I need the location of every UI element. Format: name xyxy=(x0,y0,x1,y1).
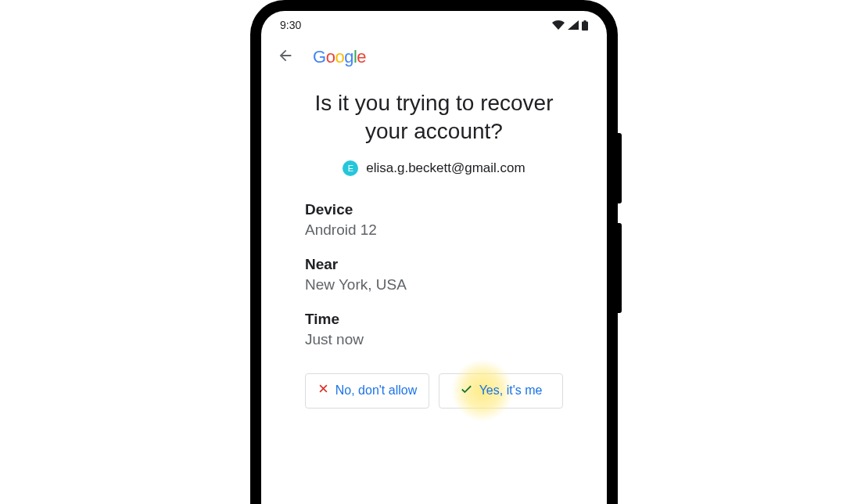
google-logo: Google xyxy=(313,47,366,67)
no-button[interactable]: No, don't allow xyxy=(305,373,429,409)
account-email: elisa.g.beckett@gmail.com xyxy=(366,160,525,176)
phone-frame: 9:30 Google Is it you tryi xyxy=(250,0,618,504)
svg-rect-0 xyxy=(582,21,588,31)
device-value: Android 12 xyxy=(305,221,563,239)
location-info: Near New York, USA xyxy=(305,256,563,293)
time-value: Just now xyxy=(305,331,563,348)
time-info: Time Just now xyxy=(305,311,563,348)
avatar: E xyxy=(343,160,358,176)
wifi-icon xyxy=(552,20,565,30)
page-header: Google xyxy=(261,38,607,77)
action-buttons: No, don't allow Yes, it's me xyxy=(292,365,576,409)
device-label: Device xyxy=(305,201,563,218)
back-arrow-icon[interactable] xyxy=(277,47,294,67)
phone-screen: 9:30 Google Is it you tryi xyxy=(261,11,607,504)
battery-icon xyxy=(582,20,588,31)
account-email-row: E elisa.g.beckett@gmail.com xyxy=(292,160,576,176)
x-icon xyxy=(317,383,329,398)
time-label: Time xyxy=(305,311,563,328)
svg-rect-1 xyxy=(584,20,586,22)
signin-details: Device Android 12 Near New York, USA Tim… xyxy=(292,201,576,348)
yes-button[interactable]: Yes, it's me xyxy=(439,373,563,409)
cellular-icon xyxy=(568,20,579,30)
near-label: Near xyxy=(305,256,563,273)
status-icons xyxy=(552,20,588,31)
check-icon xyxy=(460,383,473,399)
no-button-label: No, don't allow xyxy=(335,383,417,398)
phone-side-button xyxy=(618,133,622,203)
status-bar: 9:30 xyxy=(261,11,607,38)
yes-button-label: Yes, it's me xyxy=(479,383,543,398)
phone-side-button xyxy=(618,223,622,313)
status-time: 9:30 xyxy=(280,19,301,31)
near-value: New York, USA xyxy=(305,276,563,293)
device-info: Device Android 12 xyxy=(305,201,563,239)
main-content: Is it you trying to recover your account… xyxy=(261,77,607,409)
page-title: Is it you trying to recover your account… xyxy=(292,89,576,146)
